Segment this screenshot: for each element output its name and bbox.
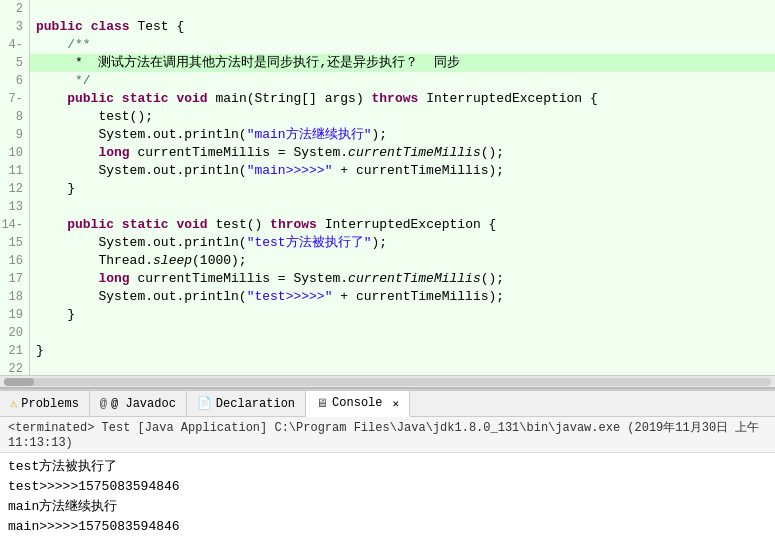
code-line: 3public class Test { bbox=[0, 18, 775, 36]
console-line: test方法被执行了 bbox=[8, 457, 767, 477]
code-editor: 23public class Test {4- /**5 * 测试方法在调用其他… bbox=[0, 0, 775, 387]
line-content: test(); bbox=[36, 108, 775, 126]
code-container: 23public class Test {4- /**5 * 测试方法在调用其他… bbox=[0, 0, 775, 375]
code-line: 16 Thread.sleep(1000); bbox=[0, 252, 775, 270]
code-line: 21} bbox=[0, 342, 775, 360]
tab-declaration[interactable]: 📄 Declaration bbox=[187, 391, 306, 416]
line-content: Thread.sleep(1000); bbox=[36, 252, 775, 270]
code-line: 7- public static void main(String[] args… bbox=[0, 90, 775, 108]
code-line: 17 long currentTimeMillis = System.curre… bbox=[0, 270, 775, 288]
line-number: 5 bbox=[0, 54, 30, 72]
bottom-panel: ⚠ Problems@ @ Javadoc📄 Declaration🖥 Cons… bbox=[0, 387, 775, 552]
console-line: test>>>>>1575083594846 bbox=[8, 477, 767, 497]
console-line: main>>>>>1575083594846 bbox=[8, 517, 767, 537]
code-line: 4- /** bbox=[0, 36, 775, 54]
code-line: 20 bbox=[0, 324, 775, 342]
line-content: * 测试方法在调用其他方法时是同步执行,还是异步执行？ 同步 bbox=[36, 54, 775, 72]
line-content: public class Test { bbox=[36, 18, 775, 36]
line-number: 12 bbox=[0, 180, 30, 198]
line-number: 7- bbox=[0, 90, 30, 108]
line-number: 15 bbox=[0, 234, 30, 252]
console-output: test方法被执行了test>>>>>1575083594846main方法继续… bbox=[0, 453, 775, 552]
tabs-bar: ⚠ Problems@ @ Javadoc📄 Declaration🖥 Cons… bbox=[0, 389, 775, 417]
line-number: 3 bbox=[0, 18, 30, 36]
line-content: public static void main(String[] args) t… bbox=[36, 90, 775, 108]
line-content: System.out.println("test方法被执行了"); bbox=[36, 234, 775, 252]
code-line: 22 bbox=[0, 360, 775, 375]
code-line: 13 bbox=[0, 198, 775, 216]
code-line: 6 */ bbox=[0, 72, 775, 90]
code-lines: 23public class Test {4- /**5 * 测试方法在调用其他… bbox=[0, 0, 775, 375]
line-number: 18 bbox=[0, 288, 30, 306]
line-content: System.out.println("main>>>>>" + current… bbox=[36, 162, 775, 180]
scroll-track bbox=[4, 378, 771, 386]
line-content: System.out.println("main方法继续执行"); bbox=[36, 126, 775, 144]
line-content: } bbox=[36, 342, 775, 360]
line-number: 16 bbox=[0, 252, 30, 270]
code-line: 19 } bbox=[0, 306, 775, 324]
line-number: 11 bbox=[0, 162, 30, 180]
console-area: <terminated> Test [Java Application] C:\… bbox=[0, 417, 775, 552]
line-content: long currentTimeMillis = System.currentT… bbox=[36, 270, 775, 288]
line-number: 13 bbox=[0, 198, 30, 216]
code-line: 10 long currentTimeMillis = System.curre… bbox=[0, 144, 775, 162]
code-line: 15 System.out.println("test方法被执行了"); bbox=[0, 234, 775, 252]
code-line: 8 test(); bbox=[0, 108, 775, 126]
line-content: /** bbox=[36, 36, 775, 54]
line-content: } bbox=[36, 180, 775, 198]
console-header: <terminated> Test [Java Application] C:\… bbox=[0, 417, 775, 453]
line-number: 21 bbox=[0, 342, 30, 360]
line-number: 19 bbox=[0, 306, 30, 324]
line-number: 8 bbox=[0, 108, 30, 126]
horizontal-scrollbar[interactable] bbox=[0, 375, 775, 387]
line-number: 9 bbox=[0, 126, 30, 144]
line-content: System.out.println("test>>>>>" + current… bbox=[36, 288, 775, 306]
line-number: 17 bbox=[0, 270, 30, 288]
line-number: 2 bbox=[0, 0, 30, 18]
scroll-thumb[interactable] bbox=[4, 378, 34, 386]
code-line: 2 bbox=[0, 0, 775, 18]
line-content: } bbox=[36, 306, 775, 324]
close-console-icon[interactable]: ✕ bbox=[393, 397, 400, 410]
tab-console[interactable]: 🖥 Console ✕ bbox=[306, 391, 410, 417]
code-line: 9 System.out.println("main方法继续执行"); bbox=[0, 126, 775, 144]
console-line: main方法继续执行 bbox=[8, 497, 767, 517]
tab-javadoc[interactable]: @ @ Javadoc bbox=[90, 391, 187, 416]
code-line: 11 System.out.println("main>>>>>" + curr… bbox=[0, 162, 775, 180]
line-content: */ bbox=[36, 72, 775, 90]
line-number: 20 bbox=[0, 324, 30, 342]
line-number: 22 bbox=[0, 360, 30, 375]
line-number: 10 bbox=[0, 144, 30, 162]
tab-problems[interactable]: ⚠ Problems bbox=[0, 391, 90, 416]
code-line: 14- public static void test() throws Int… bbox=[0, 216, 775, 234]
line-content: long currentTimeMillis = System.currentT… bbox=[36, 144, 775, 162]
code-line: 12 } bbox=[0, 180, 775, 198]
line-content: public static void test() throws Interru… bbox=[36, 216, 775, 234]
line-number: 14- bbox=[0, 216, 30, 234]
code-line: 18 System.out.println("test>>>>>" + curr… bbox=[0, 288, 775, 306]
line-number: 4- bbox=[0, 36, 30, 54]
code-line: 5 * 测试方法在调用其他方法时是同步执行,还是异步执行？ 同步 bbox=[0, 54, 775, 72]
line-number: 6 bbox=[0, 72, 30, 90]
